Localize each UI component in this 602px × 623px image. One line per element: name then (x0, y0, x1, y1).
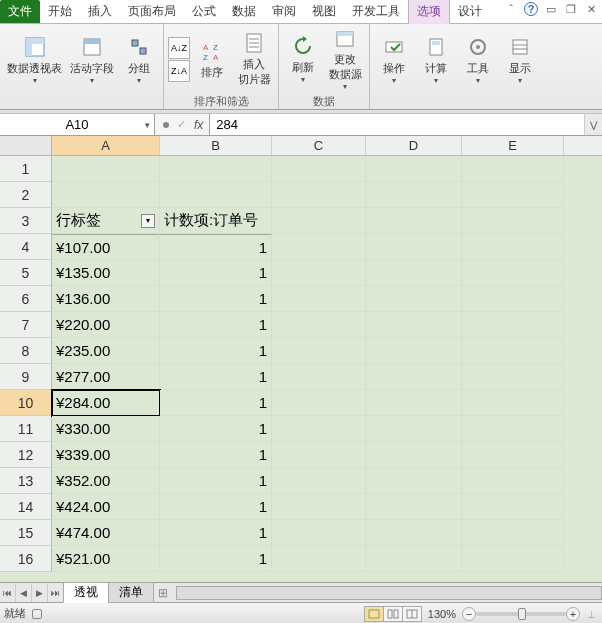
sheet-new-icon[interactable]: ⊞ (154, 586, 172, 600)
help-icon[interactable]: ? (524, 2, 538, 16)
cell[interactable]: 1 (160, 442, 272, 468)
column-header-E[interactable]: E (462, 136, 564, 155)
cell[interactable]: 1 (160, 312, 272, 338)
sheet-tab-pivot[interactable]: 透视 (63, 582, 109, 603)
cell[interactable] (160, 182, 272, 208)
cell[interactable] (366, 182, 462, 208)
cell[interactable]: 1 (160, 260, 272, 286)
zoom-in-button[interactable]: + (566, 607, 580, 621)
column-header-A[interactable]: A (52, 136, 160, 155)
tab-2[interactable]: 页面布局 (120, 0, 184, 23)
cell[interactable]: ¥277.00 (52, 364, 160, 390)
cell[interactable] (272, 520, 366, 546)
select-all-corner[interactable] (0, 136, 52, 156)
cell[interactable]: ¥339.00 (52, 442, 160, 468)
cell[interactable]: ¥235.00 (52, 338, 160, 364)
row-header[interactable]: 12 (0, 442, 52, 468)
cell[interactable] (366, 416, 462, 442)
close-icon[interactable]: ✕ (584, 2, 598, 16)
tab-1[interactable]: 插入 (80, 0, 120, 23)
cell[interactable]: 1 (160, 364, 272, 390)
sort-button[interactable]: AZZA排序 (192, 26, 232, 92)
insert-slicer-button[interactable]: 插入 切片器 (234, 26, 274, 92)
cell[interactable]: 1 (160, 234, 272, 260)
cell[interactable] (462, 156, 564, 182)
view-page-layout-icon[interactable] (383, 606, 403, 622)
refresh-button[interactable]: 刷新▾ (283, 26, 323, 92)
cell[interactable] (272, 416, 366, 442)
sheet-tab-list[interactable]: 清单 (108, 582, 154, 603)
calc-button[interactable]: 计算▾ (416, 27, 456, 93)
filter-dropdown-icon[interactable]: ▾ (141, 214, 155, 228)
cell[interactable]: 1 (160, 546, 272, 572)
cell[interactable] (366, 286, 462, 312)
cell[interactable] (272, 208, 366, 234)
pivot-table-button[interactable]: 数据透视表▾ (4, 27, 65, 93)
sort-asc-button[interactable]: A↓Z (168, 37, 190, 59)
cell[interactable]: ¥474.00 (52, 520, 160, 546)
cell[interactable] (462, 494, 564, 520)
row-header[interactable]: 15 (0, 520, 52, 546)
cell[interactable] (366, 156, 462, 182)
cell[interactable] (462, 286, 564, 312)
active-field-button[interactable]: 活动字段▾ (67, 27, 117, 93)
cell[interactable]: ¥330.00 (52, 416, 160, 442)
row-header[interactable]: 11 (0, 416, 52, 442)
zoom-slider[interactable] (476, 612, 566, 616)
column-header-B[interactable]: B (160, 136, 272, 155)
tab-8[interactable]: 选项 (408, 0, 450, 24)
cell[interactable] (272, 260, 366, 286)
formula-expand-icon[interactable]: ⋁ (584, 114, 602, 135)
cell[interactable]: 1 (160, 338, 272, 364)
minimize-icon[interactable]: ▭ (544, 2, 558, 16)
group-button[interactable]: 分组▾ (119, 27, 159, 93)
row-header[interactable]: 8 (0, 338, 52, 364)
zoom-out-button[interactable]: − (462, 607, 476, 621)
cell[interactable]: ¥352.00 (52, 468, 160, 494)
name-box[interactable]: A10▾ (0, 114, 155, 135)
cell[interactable] (462, 208, 564, 234)
cell[interactable]: ¥107.00 (52, 234, 160, 260)
cell[interactable] (272, 312, 366, 338)
cell[interactable] (462, 442, 564, 468)
cell[interactable]: ¥136.00 (52, 286, 160, 312)
row-header[interactable]: 16 (0, 546, 52, 572)
cell[interactable] (272, 468, 366, 494)
cell[interactable] (462, 182, 564, 208)
cell[interactable] (462, 520, 564, 546)
cell[interactable] (272, 338, 366, 364)
cell[interactable]: ¥284.00 (52, 390, 160, 416)
ribbon-collapse-icon[interactable]: ˆ (504, 2, 518, 16)
name-box-dropdown-icon[interactable]: ▾ (145, 120, 150, 130)
row-header[interactable]: 14 (0, 494, 52, 520)
tab-4[interactable]: 数据 (224, 0, 264, 23)
view-normal-icon[interactable] (364, 606, 384, 622)
cell[interactable]: 1 (160, 286, 272, 312)
cell[interactable] (272, 156, 366, 182)
tab-5[interactable]: 审阅 (264, 0, 304, 23)
sheet-last-icon[interactable]: ⏭ (48, 584, 64, 602)
cell[interactable] (160, 156, 272, 182)
row-header[interactable]: 1 (0, 156, 52, 182)
formula-input[interactable]: 284 (209, 114, 584, 135)
tab-file[interactable]: 文件 (0, 0, 40, 23)
cell[interactable] (366, 234, 462, 260)
row-header[interactable]: 4 (0, 234, 52, 260)
tab-7[interactable]: 开发工具 (344, 0, 408, 23)
cell[interactable] (272, 182, 366, 208)
cell[interactable] (366, 546, 462, 572)
cell[interactable] (366, 312, 462, 338)
cell[interactable] (272, 286, 366, 312)
actions-button[interactable]: 操作▾ (374, 27, 414, 93)
cell[interactable] (366, 208, 462, 234)
restore-icon[interactable]: ❐ (564, 2, 578, 16)
cell[interactable] (366, 364, 462, 390)
cell[interactable]: 1 (160, 390, 272, 416)
cell[interactable]: 1 (160, 416, 272, 442)
column-header-C[interactable]: C (272, 136, 366, 155)
row-header[interactable]: 3 (0, 208, 52, 234)
show-button[interactable]: 显示▾ (500, 27, 540, 93)
zoom-level[interactable]: 130% (428, 608, 456, 620)
tab-9[interactable]: 设计 (450, 0, 490, 23)
cell[interactable]: ¥521.00 (52, 546, 160, 572)
